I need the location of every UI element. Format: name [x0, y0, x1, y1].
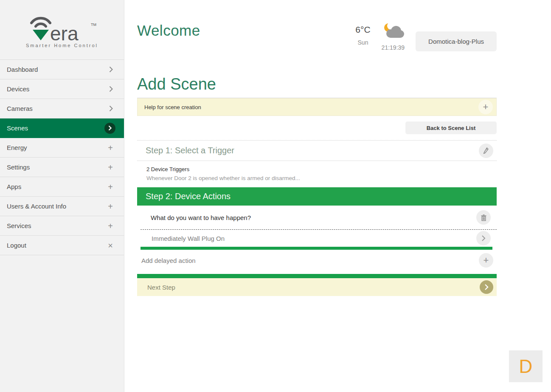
plus-icon: + [484, 256, 489, 265]
chevron-right-icon [109, 86, 113, 92]
sidebar-item-label: Settings [7, 164, 30, 171]
trash-icon [481, 214, 487, 221]
trigger-count: 2 Device Triggers [146, 166, 497, 172]
sidebar-item-dashboard[interactable]: Dashboard [0, 60, 124, 79]
weather-time: 21:19:39 [382, 44, 405, 51]
sidebar-item-apps[interactable]: Apps + [0, 177, 124, 197]
weather-day: Sun [358, 39, 368, 46]
trigger-description: Whenever Door 2 is opened whether is arm… [146, 175, 497, 181]
back-to-scene-list-button[interactable]: Back to Scene List [405, 121, 497, 134]
sidebar-item-label: Users & Account Info [7, 203, 66, 210]
sidebar-item-logout[interactable]: Logout × [0, 236, 124, 255]
vera-logo-icon: era TM [26, 15, 98, 42]
next-step-label: Next Step [147, 284, 175, 291]
sidebar-item-label: Dashboard [7, 66, 38, 73]
sidebar-item-energy[interactable]: Energy + [0, 138, 124, 158]
sidebar: era TM Smarter Home Control Dashboard De… [0, 0, 124, 392]
delete-action-button[interactable] [476, 210, 491, 225]
sidebar-item-label: Apps [7, 183, 21, 190]
help-bar-label: Help for scene creation [144, 104, 201, 110]
sidebar-nav: Dashboard Devices Cameras Scenes Energy [0, 59, 124, 255]
step1-title: Step 1: Select a Trigger [146, 146, 234, 155]
sidebar-item-users-account-info[interactable]: Users & Account Info + [0, 197, 124, 216]
plus-icon: + [108, 222, 113, 230]
step1-header: Step 1: Select a Trigger [137, 140, 497, 161]
plus-icon: + [483, 102, 489, 112]
add-delayed-action-button[interactable]: + [479, 253, 493, 268]
sidebar-item-label: Services [7, 222, 31, 229]
immediate-action-underline [141, 247, 492, 250]
sidebar-item-cameras[interactable]: Cameras [0, 99, 124, 118]
step2-title: Step 2: Device Actions [146, 192, 231, 201]
weather-widget: 6°C Sun 21:19:39 Domotica-blog-Plus [355, 22, 497, 51]
close-icon: × [108, 241, 113, 250]
vera-tm: TM [91, 23, 96, 27]
plus-icon: + [108, 183, 113, 191]
sidebar-item-label: Scenes [7, 124, 28, 132]
device-action-question: What do you want to have happen? [151, 214, 251, 221]
vera-tagline: Smarter Home Control [26, 43, 98, 48]
immediate-action-row[interactable]: Immediately Wall Plug On [141, 230, 497, 247]
sidebar-item-settings[interactable]: Settings + [0, 158, 124, 177]
add-delayed-action-row[interactable]: Add delayed action + [137, 250, 497, 271]
vera-logo: era TM Smarter Home Control [0, 0, 124, 59]
chevron-right-icon [484, 284, 489, 290]
immediate-action-open-button[interactable] [476, 231, 491, 245]
help-bar[interactable]: Help for scene creation + [137, 98, 497, 116]
cloud-moon-icon [382, 22, 404, 40]
add-delayed-action-label: Add delayed action [141, 257, 196, 264]
vera-wordmark: era [50, 23, 79, 42]
sidebar-item-label: Logout [7, 242, 26, 249]
step2-header: Step 2: Device Actions [137, 187, 497, 206]
help-expand-button[interactable]: + [478, 100, 493, 114]
chevron-right-icon [109, 105, 113, 112]
back-row: Back to Scene List [137, 116, 497, 140]
sidebar-item-label: Devices [7, 85, 29, 93]
page-title: Add Scene [137, 75, 497, 93]
sidebar-item-services[interactable]: Services + [0, 216, 124, 236]
next-step-button[interactable] [480, 280, 493, 294]
plus-icon: + [108, 202, 113, 211]
sidebar-item-scenes[interactable]: Scenes [0, 118, 124, 138]
chevron-right-icon [481, 235, 486, 242]
weather-temperature: 6°C [355, 22, 370, 35]
sidebar-item-label: Cameras [7, 105, 33, 112]
next-step-bar[interactable]: Next Step [137, 278, 497, 296]
welcome-heading: Welcome [137, 22, 200, 39]
immediate-action-label: Immediately Wall Plug On [152, 235, 225, 242]
chevron-right-circle-icon [104, 123, 115, 134]
next-step-top-bar [137, 274, 497, 278]
step1-edit-button[interactable] [479, 144, 493, 158]
plus-icon: + [108, 144, 113, 152]
device-action-question-row: What do you want to have happen? [141, 206, 497, 230]
vera-v-triangle [33, 30, 49, 40]
trigger-summary[interactable]: 2 Device Triggers Whenever Door 2 is ope… [137, 161, 497, 187]
top-bar: Welcome 6°C Sun 21:19:39 Domotica-blog-P… [137, 0, 497, 51]
weather-icon-time: 21:19:39 [382, 22, 405, 51]
sidebar-item-devices[interactable]: Devices [0, 79, 124, 99]
weather-temp-day: 6°C Sun [355, 22, 370, 46]
controller-button[interactable]: Domotica-blog-Plus [416, 31, 497, 51]
pencil-icon [483, 147, 489, 154]
plus-icon: + [108, 163, 113, 172]
main-content: Welcome 6°C Sun 21:19:39 Domotica-blog-P… [124, 0, 551, 392]
sidebar-item-label: Energy [7, 144, 27, 151]
overlay-d-badge[interactable]: D [509, 350, 543, 382]
chevron-right-icon [109, 66, 113, 73]
